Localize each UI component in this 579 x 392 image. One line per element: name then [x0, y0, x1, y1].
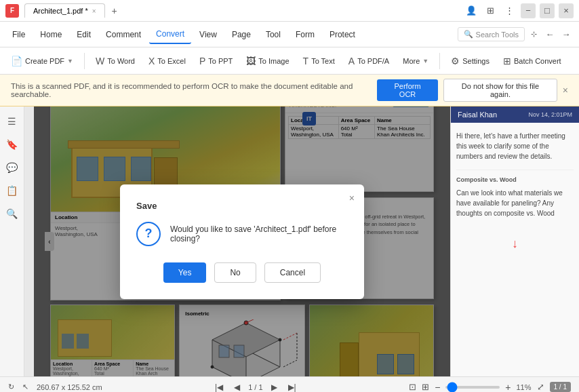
dialog-cancel-button[interactable]: Cancel — [264, 262, 321, 283]
menu-protect[interactable]: Protect — [323, 26, 362, 43]
to-ppt-button[interactable]: P To PPT — [194, 52, 238, 70]
dialog-buttons: Yes No Cancel — [136, 262, 348, 283]
create-pdf-button[interactable]: 📄 Create PDF ▼ — [5, 52, 79, 70]
create-pdf-label: Create PDF — [25, 57, 64, 65]
external-link-icon[interactable]: ⊹ — [526, 27, 541, 42]
rotation-icon[interactable]: ↻ — [8, 383, 14, 391]
toolbar: 📄 Create PDF ▼ W To Word X To Excel P To… — [0, 47, 579, 75]
settings-button[interactable]: ⚙ Settings — [445, 52, 495, 70]
menu-bar: File Home Edit Comment Convert View Page… — [0, 22, 579, 47]
tab-close-button[interactable]: × — [92, 7, 96, 15]
to-word-icon: W — [96, 56, 104, 66]
to-pdfa-button[interactable]: A To PDF/A — [343, 52, 395, 70]
more-button[interactable]: More ▼ — [397, 54, 434, 68]
to-text-button[interactable]: T To Text — [298, 52, 340, 70]
batch-convert-button[interactable]: ⊞ Batch Convert — [498, 52, 567, 70]
dimensions-label: 260.67 x 125.52 cm — [37, 383, 102, 391]
menu-home[interactable]: Home — [33, 26, 68, 43]
fit-page-icon[interactable]: ⊡ — [409, 382, 416, 392]
menu-tool[interactable]: Tool — [259, 26, 287, 43]
perform-ocr-button[interactable]: Perform OCR — [377, 79, 438, 101]
to-image-button[interactable]: 🖼 To Image — [241, 52, 294, 70]
first-page-button[interactable]: |◀ — [212, 381, 226, 393]
comment-text-2: Can we look into what materials we have … — [456, 188, 574, 218]
sidebar-icon-page[interactable]: 📋 — [3, 181, 22, 200]
active-tab[interactable]: Architect_1.pdf * × — [24, 3, 105, 18]
right-panel: Faisal Khan Nov 14, 2:01PM Hi there, let… — [450, 106, 579, 376]
new-tab-button[interactable]: + — [106, 3, 123, 19]
batch-convert-label: Batch Convert — [514, 57, 561, 65]
search-tools-label: Search Tools — [476, 31, 519, 39]
document-view: IT › THE SEA HOUSE — [34, 106, 450, 376]
forward-icon[interactable]: → — [559, 27, 574, 42]
back-icon[interactable]: ← — [542, 27, 557, 42]
next-page-button[interactable]: ▶ — [268, 381, 280, 393]
dialog-title: Save — [136, 201, 348, 211]
cursor-icon[interactable]: ↖ — [22, 383, 28, 391]
search-icon: 🔍 — [464, 30, 473, 39]
fit-width-icon[interactable]: ⤢ — [537, 382, 544, 392]
title-bar: F Architect_1.pdf * × + 👤 ⊞ ⋮ − □ × — [0, 0, 579, 22]
comment-section-2: Composite vs. Wood Can we look into what… — [456, 170, 574, 218]
comment-text-1: Hi there, let's have a further meeting t… — [456, 131, 574, 161]
batch-icon: ⊞ — [503, 56, 511, 66]
arrow-down-indicator: ↓ — [456, 235, 574, 253]
dialog-close-button[interactable]: × — [349, 193, 355, 203]
to-ppt-label: To PPT — [208, 57, 233, 65]
to-pdfa-icon: A — [348, 56, 355, 66]
sidebar-icon-menu[interactable]: ☰ — [3, 112, 22, 131]
main-area: ☰ 🔖 💬 📋 🔍 ‹ IT › THE SEA HOUSE — [0, 106, 579, 376]
banner-close-button[interactable]: × — [563, 85, 568, 96]
menu-convert[interactable]: Convert — [149, 25, 191, 44]
zoom-in-button[interactable]: + — [505, 382, 511, 393]
create-pdf-icon: 📄 — [11, 56, 22, 66]
more-label: More — [403, 57, 420, 65]
left-sidebar: ☰ 🔖 💬 📋 🔍 — [0, 106, 24, 376]
more-dropdown-icon[interactable]: ▼ — [422, 58, 428, 64]
comment-label-2: Composite vs. Wood — [456, 176, 574, 185]
save-dialog: Save × ? Would you like to save 'Archite… — [120, 184, 364, 299]
zoom-out-button[interactable]: − — [435, 382, 440, 393]
title-bar-right: 👤 ⊞ ⋮ − □ × — [464, 3, 574, 18]
sidebar-icon-bookmark[interactable]: 🔖 — [3, 135, 22, 154]
prev-page-button[interactable]: ◀ — [231, 381, 243, 393]
toolbar-separator-2 — [439, 53, 440, 69]
dialog-no-button[interactable]: No — [214, 262, 256, 283]
menu-file[interactable]: File — [5, 26, 32, 43]
to-excel-button[interactable]: X To Excel — [143, 52, 191, 70]
apps-icon[interactable]: ⊞ — [483, 3, 498, 18]
status-left: ↻ ↖ 260.67 x 125.52 cm — [8, 383, 102, 391]
right-panel-header: Faisal Khan Nov 14, 2:01PM — [451, 106, 579, 123]
info-banner: This is a scanned PDF, and it is recomme… — [0, 75, 579, 106]
to-ppt-icon: P — [199, 56, 205, 66]
dialog-yes-button[interactable]: Yes — [163, 262, 207, 283]
user-icon[interactable]: 👤 — [464, 3, 479, 18]
sidebar-icon-comment[interactable]: 💬 — [3, 158, 22, 177]
to-word-button[interactable]: W To Word — [90, 52, 140, 70]
status-center: |◀ ◀ 1 / 1 ▶ ▶| — [212, 381, 299, 393]
to-pdfa-label: To PDF/A — [357, 57, 389, 65]
status-bar: ↻ ↖ 260.67 x 125.52 cm |◀ ◀ 1 / 1 ▶ ▶| ⊡… — [0, 376, 579, 392]
page-count-badge: 1 / 1 — [550, 382, 571, 392]
minimize-button[interactable]: − — [521, 3, 536, 18]
menu-page[interactable]: Page — [225, 26, 258, 43]
banner-actions: Perform OCR Do not show for this file ag… — [377, 79, 568, 102]
last-page-button[interactable]: ▶| — [285, 381, 299, 393]
more-options-icon[interactable]: ⋮ — [502, 3, 517, 18]
maximize-button[interactable]: □ — [540, 3, 555, 18]
close-button[interactable]: × — [559, 3, 574, 18]
dont-show-button[interactable]: Do not show for this file again. — [443, 79, 557, 102]
menu-edit[interactable]: Edit — [70, 26, 98, 43]
to-excel-label: To Excel — [157, 57, 186, 65]
create-pdf-dropdown[interactable]: ▼ — [67, 58, 73, 64]
sidebar-icon-search[interactable]: 🔍 — [3, 204, 22, 223]
menu-view[interactable]: View — [193, 26, 224, 43]
menu-form[interactable]: Form — [289, 26, 321, 43]
zoom-slider[interactable] — [445, 386, 500, 389]
panel-timestamp: Nov 14, 2:01PM — [528, 111, 572, 118]
settings-icon: ⚙ — [451, 56, 460, 66]
search-tools-box[interactable]: 🔍 Search Tools — [458, 27, 525, 41]
app-logo: F — [5, 4, 19, 18]
view-mode-icon[interactable]: ⊞ — [422, 382, 429, 392]
menu-comment[interactable]: Comment — [99, 26, 148, 43]
